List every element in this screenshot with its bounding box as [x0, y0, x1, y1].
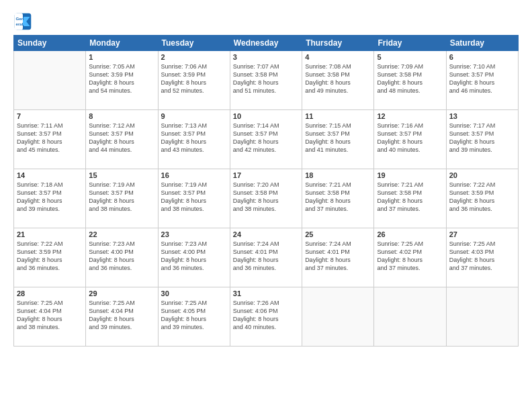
day-number: 21	[17, 230, 83, 238]
logo-icon: Gen eral	[13, 12, 32, 31]
calendar-cell	[302, 287, 374, 347]
calendar-table: SundayMondayTuesdayWednesdayThursdayFrid…	[13, 35, 519, 347]
day-number: 20	[449, 171, 515, 179]
day-info: Sunrise: 7:10 AMSunset: 3:57 PMDaylight:…	[449, 62, 515, 95]
day-number: 14	[17, 171, 83, 179]
day-info: Sunrise: 7:15 AMSunset: 3:57 PMDaylight:…	[305, 122, 371, 154]
day-info: Sunrise: 7:25 AMSunset: 4:02 PMDaylight:…	[377, 240, 443, 273]
calendar-cell: 10Sunrise: 7:14 AMSunset: 3:57 PMDayligh…	[230, 110, 302, 169]
header: Gen eral	[13, 12, 519, 31]
day-info: Sunrise: 7:25 AMSunset: 4:04 PMDaylight:…	[17, 299, 83, 332]
logo: Gen eral	[13, 12, 35, 31]
day-number: 4	[305, 53, 371, 61]
calendar-cell	[446, 287, 518, 347]
calendar-cell: 1Sunrise: 7:05 AMSunset: 3:59 PMDaylight…	[86, 51, 158, 110]
calendar-week-row: 28Sunrise: 7:25 AMSunset: 4:04 PMDayligh…	[14, 287, 519, 347]
day-info: Sunrise: 7:18 AMSunset: 3:57 PMDaylight:…	[17, 181, 83, 214]
day-number: 9	[161, 112, 227, 120]
calendar-cell: 28Sunrise: 7:25 AMSunset: 4:04 PMDayligh…	[14, 287, 86, 347]
day-info: Sunrise: 7:19 AMSunset: 3:57 PMDaylight:…	[161, 181, 227, 214]
day-number: 5	[377, 53, 443, 61]
calendar-cell: 8Sunrise: 7:12 AMSunset: 3:57 PMDaylight…	[86, 110, 158, 169]
day-number: 30	[161, 289, 227, 298]
calendar-cell	[374, 287, 446, 347]
calendar-header-saturday: Saturday	[446, 36, 518, 51]
calendar-header-monday: Monday	[86, 36, 158, 51]
day-number: 22	[89, 230, 154, 238]
day-info: Sunrise: 7:23 AMSunset: 4:00 PMDaylight:…	[161, 240, 227, 273]
calendar-page: Gen eral SundayMondayTuesdayWednesdayThu…	[0, 0, 532, 411]
calendar-cell: 14Sunrise: 7:18 AMSunset: 3:57 PMDayligh…	[14, 169, 86, 228]
day-info: Sunrise: 7:05 AMSunset: 3:59 PMDaylight:…	[89, 62, 154, 95]
day-number: 19	[377, 171, 443, 179]
calendar-week-row: 7Sunrise: 7:11 AMSunset: 3:57 PMDaylight…	[14, 110, 519, 169]
calendar-cell: 7Sunrise: 7:11 AMSunset: 3:57 PMDaylight…	[14, 110, 86, 169]
calendar-cell: 16Sunrise: 7:19 AMSunset: 3:57 PMDayligh…	[158, 169, 230, 228]
calendar-header-thursday: Thursday	[302, 36, 374, 51]
calendar-header-row: SundayMondayTuesdayWednesdayThursdayFrid…	[14, 36, 519, 51]
day-info: Sunrise: 7:21 AMSunset: 3:58 PMDaylight:…	[305, 181, 371, 214]
day-info: Sunrise: 7:12 AMSunset: 3:57 PMDaylight:…	[89, 122, 154, 154]
calendar-week-row: 14Sunrise: 7:18 AMSunset: 3:57 PMDayligh…	[14, 169, 519, 228]
day-info: Sunrise: 7:22 AMSunset: 3:59 PMDaylight:…	[449, 181, 515, 214]
day-info: Sunrise: 7:21 AMSunset: 3:58 PMDaylight:…	[377, 181, 443, 214]
calendar-cell: 31Sunrise: 7:26 AMSunset: 4:06 PMDayligh…	[230, 287, 302, 347]
day-number: 24	[233, 230, 299, 238]
day-number: 13	[449, 112, 515, 120]
day-number: 26	[377, 230, 443, 238]
day-info: Sunrise: 7:25 AMSunset: 4:03 PMDaylight:…	[449, 240, 515, 273]
calendar-cell: 23Sunrise: 7:23 AMSunset: 4:00 PMDayligh…	[158, 228, 230, 287]
calendar-cell: 17Sunrise: 7:20 AMSunset: 3:58 PMDayligh…	[230, 169, 302, 228]
day-info: Sunrise: 7:22 AMSunset: 3:59 PMDaylight:…	[17, 240, 83, 273]
day-info: Sunrise: 7:14 AMSunset: 3:57 PMDaylight:…	[233, 122, 299, 154]
calendar-cell: 27Sunrise: 7:25 AMSunset: 4:03 PMDayligh…	[446, 228, 518, 287]
calendar-cell: 26Sunrise: 7:25 AMSunset: 4:02 PMDayligh…	[374, 228, 446, 287]
day-info: Sunrise: 7:13 AMSunset: 3:57 PMDaylight:…	[161, 122, 227, 154]
day-info: Sunrise: 7:07 AMSunset: 3:58 PMDaylight:…	[233, 62, 299, 95]
day-number: 7	[17, 112, 83, 120]
calendar-cell	[14, 51, 86, 110]
calendar-cell: 29Sunrise: 7:25 AMSunset: 4:04 PMDayligh…	[86, 287, 158, 347]
calendar-cell: 12Sunrise: 7:16 AMSunset: 3:57 PMDayligh…	[374, 110, 446, 169]
calendar-cell: 5Sunrise: 7:09 AMSunset: 3:58 PMDaylight…	[374, 51, 446, 110]
calendar-cell: 18Sunrise: 7:21 AMSunset: 3:58 PMDayligh…	[302, 169, 374, 228]
day-number: 2	[161, 53, 227, 61]
day-info: Sunrise: 7:20 AMSunset: 3:58 PMDaylight:…	[233, 181, 299, 214]
calendar-cell: 3Sunrise: 7:07 AMSunset: 3:58 PMDaylight…	[230, 51, 302, 110]
day-number: 25	[305, 230, 371, 238]
day-number: 16	[161, 171, 227, 179]
day-info: Sunrise: 7:16 AMSunset: 3:57 PMDaylight:…	[377, 122, 443, 154]
calendar-cell: 24Sunrise: 7:24 AMSunset: 4:01 PMDayligh…	[230, 228, 302, 287]
day-number: 29	[89, 289, 154, 298]
day-number: 27	[449, 230, 515, 238]
day-info: Sunrise: 7:08 AMSunset: 3:58 PMDaylight:…	[305, 62, 371, 95]
day-info: Sunrise: 7:17 AMSunset: 3:57 PMDaylight:…	[449, 122, 515, 154]
day-number: 8	[89, 112, 154, 120]
day-info: Sunrise: 7:26 AMSunset: 4:06 PMDaylight:…	[233, 299, 299, 332]
day-info: Sunrise: 7:11 AMSunset: 3:57 PMDaylight:…	[17, 122, 83, 154]
day-info: Sunrise: 7:09 AMSunset: 3:58 PMDaylight:…	[377, 62, 443, 95]
calendar-cell: 2Sunrise: 7:06 AMSunset: 3:59 PMDaylight…	[158, 51, 230, 110]
day-info: Sunrise: 7:25 AMSunset: 4:04 PMDaylight:…	[89, 299, 154, 332]
day-number: 3	[233, 53, 299, 61]
day-info: Sunrise: 7:06 AMSunset: 3:59 PMDaylight:…	[161, 62, 227, 95]
svg-text:eral: eral	[16, 21, 24, 26]
day-number: 12	[377, 112, 443, 120]
day-info: Sunrise: 7:23 AMSunset: 4:00 PMDaylight:…	[89, 240, 154, 273]
calendar-cell: 19Sunrise: 7:21 AMSunset: 3:58 PMDayligh…	[374, 169, 446, 228]
calendar-cell: 9Sunrise: 7:13 AMSunset: 3:57 PMDaylight…	[158, 110, 230, 169]
day-number: 10	[233, 112, 299, 120]
calendar-header-wednesday: Wednesday	[230, 36, 302, 51]
calendar-week-row: 1Sunrise: 7:05 AMSunset: 3:59 PMDaylight…	[14, 51, 519, 110]
calendar-header-friday: Friday	[374, 36, 446, 51]
day-number: 23	[161, 230, 227, 238]
calendar-cell: 20Sunrise: 7:22 AMSunset: 3:59 PMDayligh…	[446, 169, 518, 228]
calendar-cell: 30Sunrise: 7:25 AMSunset: 4:05 PMDayligh…	[158, 287, 230, 347]
day-info: Sunrise: 7:19 AMSunset: 3:57 PMDaylight:…	[89, 181, 154, 214]
day-number: 18	[305, 171, 371, 179]
calendar-cell: 6Sunrise: 7:10 AMSunset: 3:57 PMDaylight…	[446, 51, 518, 110]
calendar-cell: 4Sunrise: 7:08 AMSunset: 3:58 PMDaylight…	[302, 51, 374, 110]
day-info: Sunrise: 7:24 AMSunset: 4:01 PMDaylight:…	[233, 240, 299, 273]
calendar-week-row: 21Sunrise: 7:22 AMSunset: 3:59 PMDayligh…	[14, 228, 519, 287]
day-number: 6	[449, 53, 515, 61]
